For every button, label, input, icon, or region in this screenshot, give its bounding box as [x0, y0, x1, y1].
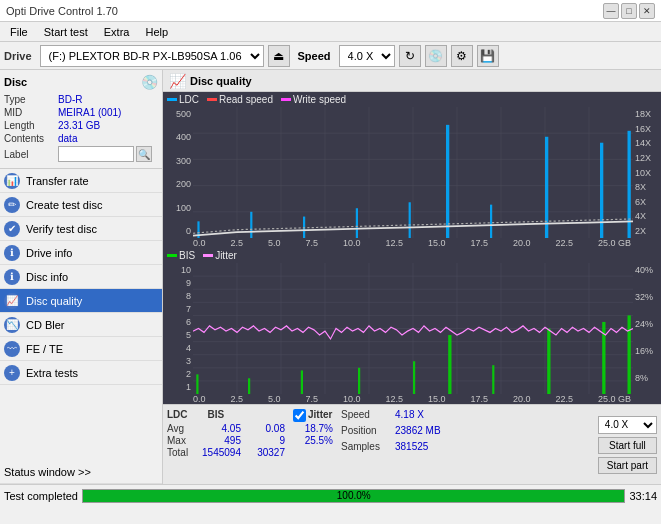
- svg-rect-43: [301, 370, 303, 394]
- stats-jitter: Jitter 18.7% 25.5%: [293, 409, 333, 480]
- speed-stat-value: 4.18 X: [395, 409, 424, 420]
- status-window-label: Status window >>: [4, 466, 91, 478]
- nav-cd-bler[interactable]: 📉 CD Bler: [0, 313, 162, 337]
- max-ldc-value: 495: [201, 435, 241, 446]
- nav-label-create: Create test disc: [26, 199, 102, 211]
- bottom-chart-inner: [193, 263, 633, 394]
- top-chart-inner: [193, 107, 633, 238]
- bottom-x-axis: 0.0 2.5 5.0 7.5 10.0 12.5 15.0 17.5 20.0…: [163, 394, 661, 404]
- progress-text: 100.0%: [83, 490, 624, 502]
- svg-rect-41: [196, 374, 198, 394]
- bottom-chart-svg: [193, 263, 633, 394]
- save-button[interactable]: 💾: [477, 45, 499, 67]
- samples-label: Samples: [341, 441, 391, 452]
- stats-speed-pos: Speed 4.18 X Position 23862 MB Samples 3…: [341, 409, 441, 480]
- main-area: Disc 💿 Type BD-R MID MEIRA1 (001) Length…: [0, 70, 661, 484]
- nav-icon-transfer: 📊: [4, 173, 20, 189]
- menu-start-test[interactable]: Start test: [38, 25, 94, 39]
- menu-extra[interactable]: Extra: [98, 25, 136, 39]
- chart-header: 📈 Disc quality: [163, 70, 661, 92]
- avg-bis-value: 0.08: [245, 423, 285, 434]
- svg-rect-19: [490, 205, 492, 238]
- nav-label-extra: Extra tests: [26, 367, 78, 379]
- top-chart-legend: LDC Read speed Write speed: [163, 92, 661, 107]
- nav-drive-info[interactable]: ℹ Drive info: [0, 241, 162, 265]
- status-bar: Test completed 100.0% 33:14: [0, 484, 661, 506]
- svg-rect-45: [413, 361, 415, 394]
- svg-rect-47: [492, 365, 494, 394]
- max-jitter-value: 25.5%: [293, 435, 333, 446]
- legend-ldc-label: LDC: [179, 94, 199, 105]
- stats-bar: LDC BIS Avg 4.05 0.08 Max 495 9 Total 15…: [163, 404, 661, 484]
- nav-transfer-rate[interactable]: 📊 Transfer rate: [0, 169, 162, 193]
- svg-rect-46: [448, 335, 451, 394]
- disc-length-value: 23.31 GB: [58, 120, 158, 131]
- nav-label-transfer-rate: Transfer rate: [26, 175, 89, 187]
- avg-label: Avg: [167, 423, 197, 434]
- top-y-axis-left: 500 400 300 200 100 0: [163, 107, 193, 238]
- ldc-col-header: LDC: [167, 409, 188, 422]
- maximize-button[interactable]: □: [621, 3, 637, 19]
- content-area: 📈 Disc quality LDC Read speed Write spee…: [163, 70, 661, 484]
- disc-label-button[interactable]: 🔍: [136, 146, 152, 162]
- nav-verify-test-disc[interactable]: ✔ Verify test disc: [0, 217, 162, 241]
- nav-disc-quality[interactable]: 📈 Disc quality: [0, 289, 162, 313]
- legend-read-dot: [207, 98, 217, 101]
- minimize-button[interactable]: —: [603, 3, 619, 19]
- menu-help[interactable]: Help: [139, 25, 174, 39]
- stats-ldc-bis: LDC BIS Avg 4.05 0.08 Max 495 9 Total 15…: [167, 409, 285, 480]
- drive-selector[interactable]: (F:) PLEXTOR BD-R PX-LB950SA 1.06: [40, 45, 264, 67]
- nav-icon-extra: +: [4, 365, 20, 381]
- jitter-checkbox-row: Jitter: [293, 409, 333, 422]
- avg-ldc-value: 4.05: [201, 423, 241, 434]
- close-button[interactable]: ✕: [639, 3, 655, 19]
- nav-extra-tests[interactable]: + Extra tests: [0, 361, 162, 385]
- top-chart-container: LDC Read speed Write speed 500 400 300 2…: [163, 92, 661, 248]
- nav-create-test-disc[interactable]: ✏ Create test disc: [0, 193, 162, 217]
- status-text: Test completed: [4, 490, 78, 502]
- menu-file[interactable]: File: [4, 25, 34, 39]
- disc-label-label: Label: [4, 149, 58, 160]
- start-full-button[interactable]: Start full: [598, 437, 657, 454]
- max-label: Max: [167, 435, 197, 446]
- nav-disc-info[interactable]: ℹ Disc info: [0, 265, 162, 289]
- top-x-axis: 0.0 2.5 5.0 7.5 10.0 12.5 15.0 17.5 20.0…: [163, 238, 661, 248]
- max-bis-value: 9: [245, 435, 285, 446]
- total-ldc-value: 1545094: [201, 447, 241, 458]
- bottom-chart-container: BIS Jitter 10 9 8 7 6 5 4 3 2: [163, 248, 661, 404]
- nav-icon-disc-quality: 📈: [4, 293, 20, 309]
- position-value: 23862 MB: [395, 425, 441, 436]
- disc-icon-button[interactable]: 💿: [425, 45, 447, 67]
- svg-rect-42: [248, 378, 250, 394]
- legend-read-label: Read speed: [219, 94, 273, 105]
- svg-rect-50: [628, 315, 631, 394]
- legend-bis-dot: [167, 254, 177, 257]
- title-bar: Opti Drive Control 1.70 — □ ✕: [0, 0, 661, 22]
- stats-speed-dropdown[interactable]: 4.0 X: [598, 416, 657, 434]
- progress-bar: 100.0%: [82, 489, 625, 503]
- nav-label-disc-info: Disc info: [26, 271, 68, 283]
- samples-value: 381525: [395, 441, 428, 452]
- nav-icon-drive-info: ℹ: [4, 245, 20, 261]
- sidebar: Disc 💿 Type BD-R MID MEIRA1 (001) Length…: [0, 70, 163, 484]
- bis-col-header: BIS: [208, 409, 225, 422]
- nav-fe-te[interactable]: 〰 FE / TE: [0, 337, 162, 361]
- app-title: Opti Drive Control 1.70: [6, 5, 118, 17]
- disc-contents-value: data: [58, 133, 158, 144]
- menu-bar: File Start test Extra Help: [0, 22, 661, 42]
- speed-selector[interactable]: 4.0 X: [339, 45, 395, 67]
- jitter-checkbox[interactable]: [293, 409, 306, 422]
- disc-label-input[interactable]: [58, 146, 134, 162]
- refresh-button[interactable]: ↻: [399, 45, 421, 67]
- eject-button[interactable]: ⏏: [268, 45, 290, 67]
- disc-length-label: Length: [4, 120, 58, 131]
- disc-type-label: Type: [4, 94, 58, 105]
- nav-label-verify: Verify test disc: [26, 223, 97, 235]
- settings-button[interactable]: ⚙: [451, 45, 473, 67]
- legend-ldc-dot: [167, 98, 177, 101]
- nav-label-fe-te: FE / TE: [26, 343, 63, 355]
- nav-icon-cd-bler: 📉: [4, 317, 20, 333]
- start-part-button[interactable]: Start part: [598, 457, 657, 474]
- disc-type-value: BD-R: [58, 94, 158, 105]
- status-window-button[interactable]: Status window >>: [0, 460, 162, 484]
